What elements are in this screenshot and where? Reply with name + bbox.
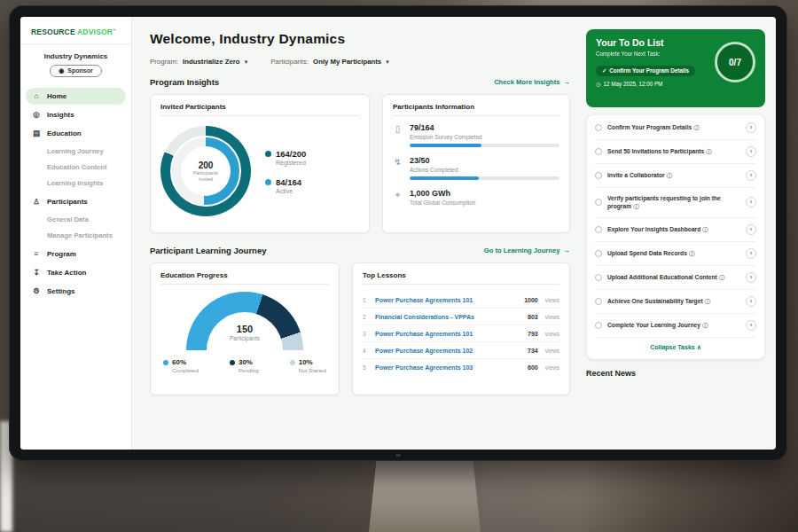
sidebar-item-learning-insights[interactable]: Learning Insights [20,176,131,192]
info-row: ⌖ 1,000 GWh Total Global Consumption [393,189,559,209]
sidebar-item-participants[interactable]: ♙ Participants [26,193,126,210]
chevron-right-icon[interactable]: › [746,248,756,259]
lesson-row: 4 Power Purchase Agreements 102 734 view… [363,342,559,359]
chevron-right-icon[interactable]: › [746,224,756,235]
sponsor-badge[interactable]: ◉ Sponsor [50,65,102,77]
info-value: 23/50 [410,156,559,165]
chevron-right-icon[interactable]: › [746,170,756,181]
lesson-views: 803 [528,314,538,320]
chevron-right-icon[interactable]: › [746,122,756,133]
legend-dot [230,360,235,365]
legend-label: Active [276,188,301,194]
chevron-right-icon[interactable]: › [746,320,756,331]
program-filter[interactable]: Program: Industrialize Zero ▾ [150,58,247,66]
power-led [395,454,401,457]
lesson-views: 600 [528,364,538,371]
task-row[interactable]: Send 50 Invitations to Participantsⓘ › [595,140,756,164]
chevron-down-icon: ▾ [386,59,389,66]
lesson-link[interactable]: Power Purchase Agreements 102 [375,348,522,354]
lesson-row: 3 Power Purchase Agreements 101 793 view… [363,325,559,342]
lesson-views-suffix: views [545,348,559,354]
chevron-right-icon[interactable]: › [746,197,756,207]
lesson-row: 5 Power Purchase Agreements 103 600 view… [363,359,559,375]
progress-fill [410,144,481,147]
task-row[interactable]: Achieve One Sustainability Targetⓘ › [595,290,756,314]
actions-icon: ↯ [393,157,403,180]
task-row[interactable]: Explore Your Insights Dashboardⓘ › [595,218,756,242]
task-checkbox[interactable] [595,274,602,281]
task-checkbox[interactable] [595,322,602,329]
next-task-pill[interactable]: ✓ Confirm Your Program Details [596,66,695,76]
lesson-link[interactable]: Power Purchase Agreements 101 [375,331,522,337]
gauge-legend: 60% Completed 30% Pending [160,358,329,373]
monitor-bezel: RESOURCE ADVISOR+ Industry Dynamics ◉ Sp… [9,5,787,461]
collapse-label: Collapse Tasks [650,344,694,350]
sidebar-item-learning-journey[interactable]: Learning Journey [20,144,131,160]
main-content: Welcome, Industry Dynamics Program: Indu… [132,17,584,450]
legend-label: Completed [172,367,199,373]
task-text: Confirm Your Program Details [607,124,692,130]
program-insights-header: Program Insights Check More Insights → [150,77,570,87]
task-row[interactable]: Complete Your Learning Journeyⓘ › [595,314,756,338]
section-title: Participant Learning Journey [150,246,266,255]
task-label: Invite a Collaboratorⓘ [607,171,740,180]
lesson-link[interactable]: Financial Considerations - VPPAs [375,314,522,320]
go-to-learning-journey-link[interactable]: Go to Learning Journey → [484,246,570,254]
donut-center: 200 Participants Invited [181,146,231,196]
task-checkbox[interactable] [595,298,602,305]
sidebar-item-label: Insights [47,111,74,119]
top-lessons-card: Top Lessons 1 Power Purchase Agreements … [352,262,570,395]
sponsor-label: Sponsor [67,67,92,74]
todo-progress-value: 0/7 [729,58,741,67]
sidebar-item-education-content[interactable]: Education Content [20,160,131,176]
gauge-center-label: Participants [207,335,283,341]
badge-icon: ◉ [59,67,64,74]
task-checkbox[interactable] [595,250,602,257]
task-row[interactable]: Verify participants requesting to join t… [595,188,756,218]
info-icon: ⓘ [706,148,712,154]
sidebar-item-general-data[interactable]: General Data [20,212,131,228]
participants-filter[interactable]: Participants: Only My Participants ▾ [270,58,389,66]
info-label: Total Global Consumption [410,200,559,206]
task-checkbox[interactable] [595,148,602,155]
task-checkbox[interactable] [595,172,602,179]
lesson-views-suffix: views [545,331,559,337]
task-checkbox[interactable] [595,226,602,233]
chevron-right-icon[interactable]: › [746,296,756,307]
sidebar-item-settings[interactable]: ⚙ Settings [26,283,126,300]
app-logo: RESOURCE ADVISOR+ [20,17,131,44]
check-more-insights-link[interactable]: Check More Insights → [494,78,570,86]
info-icon: ⓘ [702,226,708,232]
task-row[interactable]: Confirm Your Program Detailsⓘ › [595,116,756,140]
task-row[interactable]: Upload Spend Data Recordsⓘ › [595,242,756,266]
collapse-tasks-link[interactable]: Collapse Tasks ∧ [595,338,756,358]
lesson-link[interactable]: Power Purchase Agreements 101 [375,297,519,303]
task-checkbox[interactable] [595,199,602,206]
section-title: Program Insights [150,77,219,87]
sidebar-item-education[interactable]: ▤ Education [26,125,126,142]
progress-fill [410,176,479,180]
sidebar-item-label: Participants [47,198,88,206]
chevron-right-icon[interactable]: › [746,272,756,283]
sidebar-item-program[interactable]: ≡ Program [26,246,126,262]
sidebar-item-label: Take Action [47,269,86,277]
sidebar-item-label: Program [47,250,76,258]
task-label: Upload Spend Data Recordsⓘ [607,249,740,258]
program-icon: ≡ [32,249,41,258]
chevron-right-icon[interactable]: › [746,146,756,157]
sidebar-item-manage-participants[interactable]: Manage Participants [20,228,131,244]
task-checkbox[interactable] [595,124,602,131]
card-title: Invited Participants [160,103,359,116]
filters-row: Program: Industrialize Zero ▾ Participan… [150,58,570,66]
lesson-link[interactable]: Power Purchase Agreements 103 [375,364,522,371]
info-value: 1,000 GWh [410,189,559,198]
info-row: ↯ 23/50 Actions Completed [393,156,559,180]
education-gauge: 150 Participants [186,292,303,350]
sidebar-item-insights[interactable]: ◎ Insights [26,106,126,123]
task-row[interactable]: Upload Additional Educational Contentⓘ › [595,266,756,290]
legend-dot [265,151,271,157]
legend-label: Registered [276,160,306,166]
task-row[interactable]: Invite a Collaboratorⓘ › [595,164,756,188]
sidebar-item-take-action[interactable]: ↧ Take Action [26,264,126,281]
sidebar-item-home[interactable]: ⌂ Home [26,88,126,105]
